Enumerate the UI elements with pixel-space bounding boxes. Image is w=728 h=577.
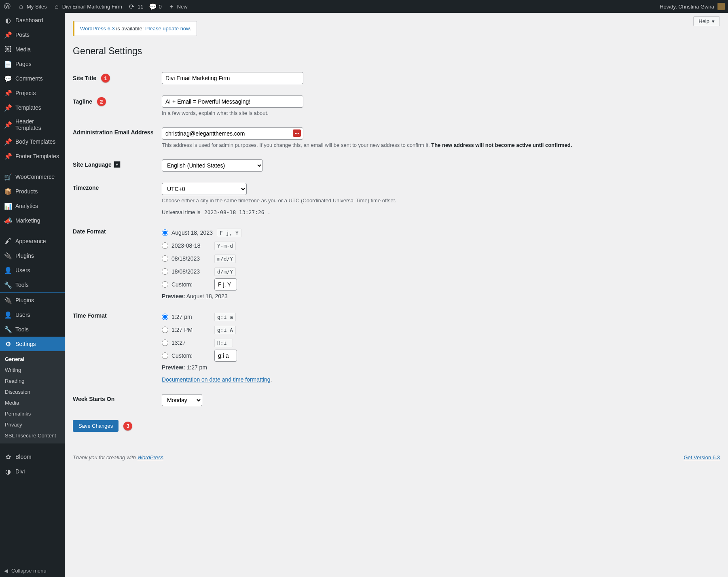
sidebar-item-appearance[interactable]: 🖌Appearance (0, 234, 65, 248)
site-title-input[interactable] (162, 72, 303, 84)
password-manager-icon[interactable]: ••• (293, 129, 301, 137)
format-code: d/m/Y (214, 267, 236, 276)
get-version-link[interactable]: Get Version 6.3 (684, 454, 720, 460)
date-format-custom-radio[interactable] (162, 281, 168, 288)
menu-icon: 📌 (4, 152, 12, 160)
submenu-item-writing[interactable]: Writing (0, 365, 65, 375)
account-link[interactable]: Howdy, Christina Gwira (660, 3, 725, 10)
tagline-input[interactable] (162, 95, 303, 108)
submenu-item-discussion[interactable]: Discussion (0, 386, 65, 397)
menu-icon: 🛒 (4, 173, 12, 181)
date-format-option[interactable]: 2023-08-18 (162, 242, 210, 249)
date-format-option[interactable]: 08/18/2023 (162, 255, 210, 262)
format-code: g:i A (214, 326, 236, 334)
sidebar-item-tools[interactable]: 🔧Tools (0, 322, 65, 337)
timezone-select[interactable]: UTC+0 (162, 183, 247, 195)
date-format-radio[interactable] (162, 242, 168, 249)
wordpress-link[interactable]: WordPress (138, 454, 163, 460)
menu-icon: 📌 (4, 89, 12, 97)
sidebar-item-marketing[interactable]: 📣Marketing (0, 213, 65, 228)
time-format-radio[interactable] (162, 339, 168, 346)
time-format-option[interactable]: 1:27 PM (162, 327, 210, 333)
menu-icon: 📄 (4, 60, 12, 68)
menu-icon: 📌 (4, 138, 12, 146)
sidebar-item-settings[interactable]: ⚙Settings (0, 337, 65, 351)
site-title-label: Site Title (73, 75, 96, 81)
site-language-select[interactable]: English (United States) (162, 159, 263, 172)
sidebar-item-products[interactable]: 📦Products (0, 184, 65, 199)
sidebar-item-footer-templates[interactable]: 📌Footer Templates (0, 149, 65, 163)
date-format-option[interactable]: 18/08/2023 (162, 268, 210, 275)
sidebar-item-comments[interactable]: 💬Comments (0, 71, 65, 86)
sidebar-item-dashboard[interactable]: ◐Dashboard (0, 13, 65, 28)
menu-icon: 💬 (4, 74, 12, 83)
date-format-label: Date Format (73, 221, 162, 305)
sidebar-item-header-templates[interactable]: 📌Header Templates (0, 115, 65, 134)
sidebar-item-projects[interactable]: 📌Projects (0, 86, 65, 100)
marker-2: 2 (97, 97, 106, 106)
time-format-custom-option[interactable]: Custom: (162, 352, 210, 359)
menu-icon: ✿ (4, 453, 12, 461)
menu-icon: 👤 (4, 311, 12, 319)
my-sites-link[interactable]: ⌂My Sites (17, 2, 47, 11)
sidebar-item-plugins[interactable]: 🔌Plugins (0, 248, 65, 263)
wp-logo[interactable]: ⓦ (3, 2, 11, 11)
menu-icon: 📦 (4, 187, 12, 195)
time-format-radio[interactable] (162, 314, 168, 320)
admin-email-input[interactable] (162, 127, 303, 140)
sidebar-item-posts[interactable]: 📌Posts (0, 28, 65, 42)
menu-icon: ⚙ (4, 340, 12, 348)
save-changes-button[interactable]: Save Changes (73, 420, 119, 432)
sidebar-item-pages[interactable]: 📄Pages (0, 57, 65, 71)
sidebar-item-users[interactable]: 👤Users (0, 263, 65, 278)
universal-time-value: 2023-08-18 13:27:26 (202, 208, 267, 216)
sidebar-item-bloom[interactable]: ✿Bloom (0, 450, 65, 464)
menu-icon: ◑ (4, 467, 12, 475)
translate-icon: 🅰 (114, 161, 120, 168)
menu-icon: 🔌 (4, 296, 12, 304)
timezone-label: Timezone (73, 177, 162, 221)
admin-footer: Thank you for creating with WordPress. G… (73, 448, 720, 460)
week-start-select[interactable]: Monday (162, 394, 202, 406)
sidebar-item-templates[interactable]: 📌Templates (0, 100, 65, 115)
date-format-custom-option[interactable]: Custom: (162, 281, 210, 288)
submenu-item-general[interactable]: General (0, 354, 65, 365)
sidebar-item-divi[interactable]: ◑Divi (0, 464, 65, 479)
help-button[interactable]: Help ▾ (693, 16, 720, 26)
wp-version-link[interactable]: WordPress 6.3 (80, 25, 115, 32)
datetime-doc-link[interactable]: Documentation on date and time formattin… (162, 376, 271, 383)
submenu-item-privacy[interactable]: Privacy (0, 419, 65, 430)
new-link[interactable]: ＋New (167, 2, 188, 11)
sidebar-item-analytics[interactable]: 📊Analytics (0, 199, 65, 213)
date-format-option[interactable]: August 18, 2023 (162, 229, 213, 236)
submenu-item-media[interactable]: Media (0, 397, 65, 408)
date-format-radio[interactable] (162, 268, 168, 275)
updates-link[interactable]: ⟳11 (128, 2, 143, 11)
time-format-option[interactable]: 1:27 pm (162, 314, 210, 320)
date-format-custom-input[interactable] (214, 278, 237, 291)
update-now-link[interactable]: Please update now (145, 25, 190, 32)
comments-link[interactable]: 💬0 (149, 2, 161, 11)
time-format-custom-input[interactable] (214, 350, 237, 362)
time-format-custom-radio[interactable] (162, 352, 168, 359)
submenu-item-ssl-insecure-content[interactable]: SSL Insecure Content (0, 430, 65, 441)
marker-1: 1 (101, 74, 110, 83)
submenu-item-permalinks[interactable]: Permalinks (0, 408, 65, 419)
submenu-item-reading[interactable]: Reading (0, 375, 65, 386)
site-name-link[interactable]: ⌂Divi Email Marketing Firm (53, 2, 122, 11)
time-format-radio[interactable] (162, 327, 168, 333)
sidebar-item-woocommerce[interactable]: 🛒WooCommerce (0, 170, 65, 184)
time-format-option[interactable]: 13:27 (162, 339, 210, 346)
date-format-radio[interactable] (162, 229, 168, 236)
marker-3: 3 (123, 422, 132, 431)
sidebar-item-body-templates[interactable]: 📌Body Templates (0, 134, 65, 149)
date-format-radio[interactable] (162, 255, 168, 262)
sidebar-item-media[interactable]: 🖼Media (0, 42, 65, 57)
update-notice: WordPress 6.3 is available! Please updat… (73, 21, 197, 36)
site-language-label: Site Language (73, 161, 112, 168)
collapse-menu[interactable]: ◀Collapse menu (0, 564, 65, 577)
sidebar-item-plugins[interactable]: 🔌Plugins (0, 293, 65, 308)
menu-icon: 👤 (4, 266, 12, 274)
sidebar-item-users[interactable]: 👤Users (0, 308, 65, 322)
sidebar-item-tools[interactable]: 🔧Tools (0, 278, 65, 292)
